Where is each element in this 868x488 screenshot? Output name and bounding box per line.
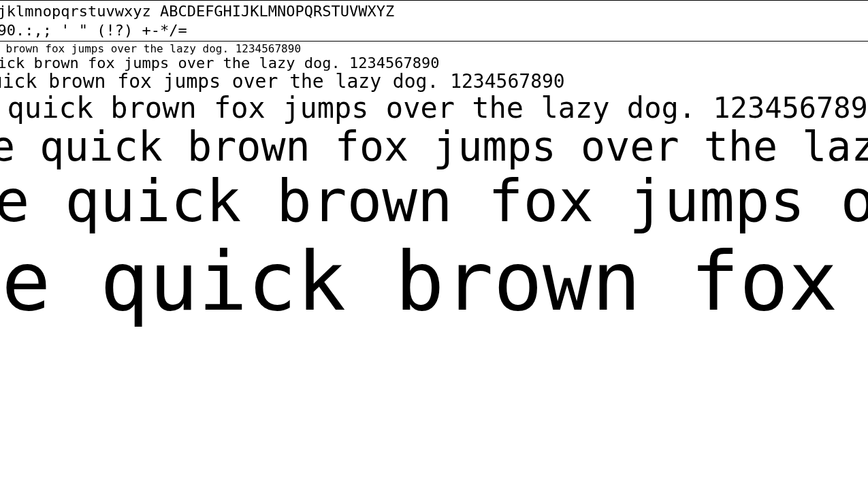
- font-size-samples: ick brown fox jumps over the lazy dog. 1…: [0, 42, 868, 331]
- sample-line: e quick brown fox jumps over the lazy do…: [0, 93, 868, 124]
- sample-line: he quick brown fox jumps over the lazy d…: [0, 169, 868, 233]
- charset-lowercase-uppercase: hijklmnopqrstuvwxyz ABCDEFGHIJKLMNOPQRST…: [0, 2, 868, 21]
- character-set-block: hijklmnopqrstuvwxyz ABCDEFGHIJKLMNOPQRST…: [0, 1, 868, 41]
- sample-line: he quick brown fox jumps over the lazy d…: [0, 233, 868, 331]
- sample-line: ick brown fox jumps over the lazy dog. 1…: [0, 43, 868, 55]
- sample-line: quick brown fox jumps over the lazy dog.…: [0, 71, 868, 93]
- sample-line: he quick brown fox jumps over the lazy d…: [0, 124, 868, 169]
- sample-line: quick brown fox jumps over the lazy dog.…: [0, 55, 868, 71]
- charset-digits-punctuation: '890.:,; ' " (!?) +-*/=: [0, 21, 868, 40]
